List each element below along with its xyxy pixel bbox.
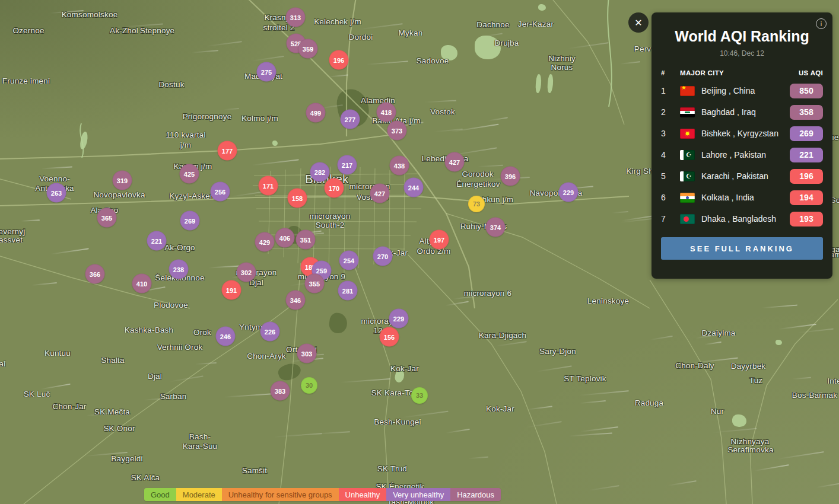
- ranking-row[interactable]: 5Karachi , Pakistan196: [661, 165, 823, 187]
- map-place-label: Dachnoe: [476, 20, 509, 29]
- aqi-marker[interactable]: 346: [286, 291, 306, 310]
- map-place-label: Frunze imeni: [2, 76, 50, 85]
- aqi-marker[interactable]: 246: [216, 327, 236, 346]
- aqi-marker[interactable]: 244: [404, 178, 424, 197]
- city-name: Beijing , China: [701, 86, 790, 95]
- aqi-marker[interactable]: 427: [370, 184, 390, 203]
- aqi-marker[interactable]: 30: [301, 377, 317, 394]
- aqi-marker[interactable]: 396: [501, 167, 520, 186]
- see-full-ranking-button[interactable]: SEE FULL RANKING: [661, 237, 823, 260]
- map-place-label: Vostok: [430, 107, 455, 116]
- close-icon[interactable]: ✕: [628, 12, 649, 33]
- aqi-marker[interactable]: 351: [296, 230, 316, 250]
- aqi-marker[interactable]: 281: [338, 281, 358, 301]
- map-place-label: Kok-Jar: [390, 364, 419, 373]
- ranking-row[interactable]: 7Dhaka , Bangladesh193: [661, 208, 823, 229]
- aqi-marker[interactable]: 217: [338, 155, 357, 175]
- map-place-label: assvet: [0, 235, 23, 244]
- aqi-badge: 196: [790, 169, 823, 184]
- panel-title: World AQI Ranking: [652, 28, 832, 45]
- column-aqi: US AQI: [799, 69, 823, 76]
- map-place-label: Tuz: [749, 376, 763, 385]
- aqi-marker[interactable]: 429: [255, 232, 275, 252]
- aqi-marker[interactable]: 171: [259, 176, 278, 196]
- map-place-label: Kirg Sh: [626, 167, 653, 176]
- map-place-label: Chon-Jar: [52, 402, 86, 411]
- aqi-marker[interactable]: 410: [132, 274, 152, 294]
- ranking-row[interactable]: 1Beijing , China850: [661, 80, 823, 101]
- aqi-marker[interactable]: 383: [271, 381, 290, 401]
- map-place-label: Perv: [634, 44, 652, 53]
- info-icon[interactable]: i: [816, 18, 827, 29]
- aqi-marker[interactable]: 270: [373, 247, 393, 266]
- aqi-marker[interactable]: 302: [237, 263, 256, 282]
- aqi-marker[interactable]: 196: [329, 50, 349, 70]
- map-place-label: Orok: [193, 328, 211, 337]
- map-place-label: SK Trud: [377, 464, 407, 473]
- map-place-label: Kara-Suu: [183, 442, 218, 451]
- aqi-marker[interactable]: 197: [430, 230, 449, 250]
- ranking-row[interactable]: 3Bishkek , Kyrgyzstan269: [661, 123, 823, 144]
- world-aqi-ranking-panel: i World AQI Ranking 10:46, Dec 12 # MAJO…: [652, 12, 832, 279]
- aqi-marker[interactable]: 418: [377, 103, 396, 122]
- map-place-label: Kyzyl-Asker: [169, 192, 212, 200]
- aqi-marker[interactable]: 373: [387, 121, 407, 141]
- rank-number: 5: [661, 171, 680, 181]
- map-place-label: Norus: [551, 63, 573, 72]
- rank-number: 7: [661, 214, 680, 224]
- map-place-label: South-2: [316, 221, 345, 229]
- aqi-marker[interactable]: 158: [288, 189, 307, 208]
- aqi-marker[interactable]: 359: [298, 39, 318, 59]
- aqi-marker[interactable]: 191: [222, 280, 241, 300]
- aqi-marker[interactable]: 221: [147, 231, 167, 251]
- aqi-marker[interactable]: 226: [260, 322, 280, 342]
- aqi-marker[interactable]: 313: [286, 8, 306, 27]
- aqi-marker[interactable]: 256: [211, 182, 230, 202]
- aqi-marker[interactable]: 156: [380, 327, 399, 347]
- aqi-marker[interactable]: 425: [180, 164, 199, 184]
- aqi-marker[interactable]: 177: [218, 141, 237, 161]
- column-city: MAJOR CITY: [680, 69, 799, 76]
- aqi-marker[interactable]: 282: [310, 162, 330, 182]
- ranking-row[interactable]: 6Kolkata , India194: [661, 187, 823, 208]
- aqi-marker[interactable]: 365: [97, 208, 117, 228]
- ranking-row[interactable]: 2Baghdad , Iraq358: [661, 101, 823, 123]
- aqi-marker[interactable]: 319: [113, 171, 132, 190]
- aqi-marker[interactable]: 303: [297, 344, 317, 363]
- map-place-label: 110 kvartal: [166, 130, 205, 139]
- aqi-marker[interactable]: 275: [257, 62, 277, 82]
- legend-item-usg: Unhealthy for sensitive groups: [222, 488, 339, 501]
- rank-number: 2: [661, 107, 680, 117]
- legend-item-very-unhealthy: Very unhealthy: [386, 488, 450, 501]
- legend-item-moderate: Moderate: [176, 488, 222, 501]
- aqi-map[interactable]: KomsomolskoeOzernoeAk-ZholStepnoyeKelech…: [0, 0, 839, 504]
- aqi-marker[interactable]: 277: [341, 110, 360, 129]
- aqi-marker[interactable]: 263: [47, 183, 66, 203]
- aqi-marker[interactable]: 438: [390, 156, 409, 176]
- aqi-marker[interactable]: 73: [468, 196, 485, 212]
- map-place-label: Komsomolskoe: [62, 10, 118, 19]
- rank-number: 6: [661, 193, 680, 202]
- aqi-marker[interactable]: 269: [180, 211, 200, 231]
- aqi-marker[interactable]: 254: [339, 251, 359, 270]
- aqi-marker[interactable]: 406: [275, 228, 295, 248]
- ranking-row[interactable]: 4Lahore , Pakistan221: [661, 144, 823, 165]
- map-place-label: hkun j/m: [482, 195, 514, 204]
- legend-item-unhealthy: Unhealthy: [339, 488, 387, 501]
- aqi-marker[interactable]: 238: [169, 260, 189, 279]
- flag-pakistan-icon: [680, 150, 695, 160]
- map-place-label: Verhnii Orok: [157, 343, 203, 352]
- aqi-marker[interactable]: 366: [85, 264, 105, 284]
- aqi-marker[interactable]: 374: [486, 218, 506, 237]
- map-place-label: Bash-: [189, 432, 211, 441]
- aqi-marker[interactable]: 229: [559, 183, 579, 202]
- aqi-marker[interactable]: 355: [305, 274, 325, 294]
- aqi-marker[interactable]: 229: [389, 309, 409, 328]
- aqi-marker[interactable]: 427: [445, 152, 465, 172]
- aqi-marker[interactable]: 170: [325, 178, 344, 198]
- aqi-marker[interactable]: 33: [411, 387, 428, 404]
- aqi-marker[interactable]: 499: [306, 103, 326, 123]
- map-place-label: Serafimovka: [727, 445, 773, 454]
- aqi-badge: 194: [790, 190, 823, 205]
- map-place-label: Nizhniy: [548, 54, 576, 63]
